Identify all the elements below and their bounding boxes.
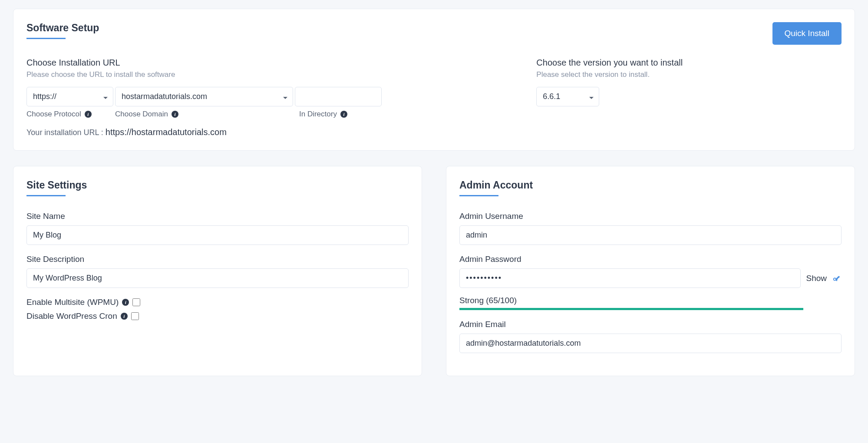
domain-sublabel: Choose Domain i <box>115 110 293 119</box>
info-icon[interactable]: i <box>85 111 92 118</box>
software-setup-header: Software Setup Quick Install <box>26 22 842 45</box>
admin-password-label: Admin Password <box>459 255 842 264</box>
site-settings-title: Site Settings <box>26 179 409 196</box>
url-sublabel: Please choose the URL to install the sof… <box>26 70 515 79</box>
multisite-checkbox[interactable] <box>132 298 140 306</box>
multisite-label: Enable Multisite (WPMU) <box>26 298 119 307</box>
password-strength-label: Strong (65/100) <box>459 296 842 305</box>
installation-url-display: Your installation URL : https://hostarma… <box>26 127 515 137</box>
url-column: Choose Installation URL Please choose th… <box>26 58 515 137</box>
info-icon[interactable]: i <box>172 111 178 118</box>
show-password-link[interactable]: Show <box>806 274 827 283</box>
settings-row: Site Settings Site Name Site Description… <box>13 166 855 391</box>
version-sublabel: Please select the version to install. <box>536 70 842 79</box>
site-name-input[interactable] <box>26 225 409 245</box>
protocol-select[interactable]: https:// <box>26 87 113 106</box>
admin-account-title: Admin Account <box>459 179 842 196</box>
site-settings-card: Site Settings Site Name Site Description… <box>13 166 422 376</box>
site-name-label: Site Name <box>26 212 409 221</box>
url-input-row: https:// hostarmadatutorials.com <box>26 87 515 106</box>
admin-email-group: Admin Email <box>459 320 842 353</box>
cron-row: Disable WordPress Cron i <box>26 311 409 321</box>
protocol-sublabel: Choose Protocol i <box>26 110 113 119</box>
domain-select[interactable]: hostarmadatutorials.com <box>115 87 293 106</box>
domain-sublabel-text: Choose Domain <box>115 110 168 119</box>
software-setup-title: Software Setup <box>26 22 99 39</box>
software-setup-card: Software Setup Quick Install Choose Inst… <box>13 9 855 151</box>
info-icon[interactable]: i <box>122 299 129 306</box>
url-label: Choose Installation URL <box>26 58 515 68</box>
site-desc-group: Site Description <box>26 255 409 288</box>
password-strength-bar <box>459 308 803 310</box>
url-display-prefix: Your installation URL : <box>26 128 106 137</box>
key-icon[interactable] <box>832 274 842 283</box>
domain-select-wrap: hostarmadatutorials.com <box>115 87 293 106</box>
admin-account-card: Admin Account Admin Username Admin Passw… <box>446 166 855 376</box>
admin-password-input[interactable] <box>459 268 801 288</box>
info-icon[interactable]: i <box>340 111 347 118</box>
admin-username-input[interactable] <box>459 225 842 245</box>
site-name-group: Site Name <box>26 212 409 245</box>
version-column: Choose the version you want to install P… <box>536 58 842 137</box>
admin-email-input[interactable] <box>459 334 842 353</box>
cron-label: Disable WordPress Cron <box>26 311 117 321</box>
cron-checkbox[interactable] <box>131 312 139 320</box>
directory-sublabel-text: In Directory <box>299 110 337 119</box>
admin-email-label: Admin Email <box>459 320 842 329</box>
site-desc-label: Site Description <box>26 255 409 264</box>
admin-username-group: Admin Username <box>459 212 842 245</box>
info-icon[interactable]: i <box>121 313 128 320</box>
url-sublabel-row: Choose Protocol i Choose Domain i In Dir… <box>26 110 515 119</box>
admin-password-group: Admin Password Show Strong (65/100) <box>459 255 842 310</box>
directory-sublabel: In Directory i <box>295 110 382 119</box>
directory-input[interactable] <box>295 87 382 106</box>
site-desc-input[interactable] <box>26 268 409 288</box>
password-row: Show <box>459 268 842 288</box>
quick-install-button[interactable]: Quick Install <box>772 22 842 45</box>
setup-row: Choose Installation URL Please choose th… <box>26 58 842 137</box>
version-select[interactable]: 6.6.1 <box>536 87 599 106</box>
protocol-select-wrap: https:// <box>26 87 113 106</box>
protocol-sublabel-text: Choose Protocol <box>26 110 81 119</box>
url-display-value: https://hostarmadatutorials.com <box>106 127 227 137</box>
version-select-wrap: 6.6.1 <box>536 87 599 106</box>
admin-username-label: Admin Username <box>459 212 842 221</box>
version-label: Choose the version you want to install <box>536 58 842 68</box>
multisite-row: Enable Multisite (WPMU) i <box>26 298 409 307</box>
